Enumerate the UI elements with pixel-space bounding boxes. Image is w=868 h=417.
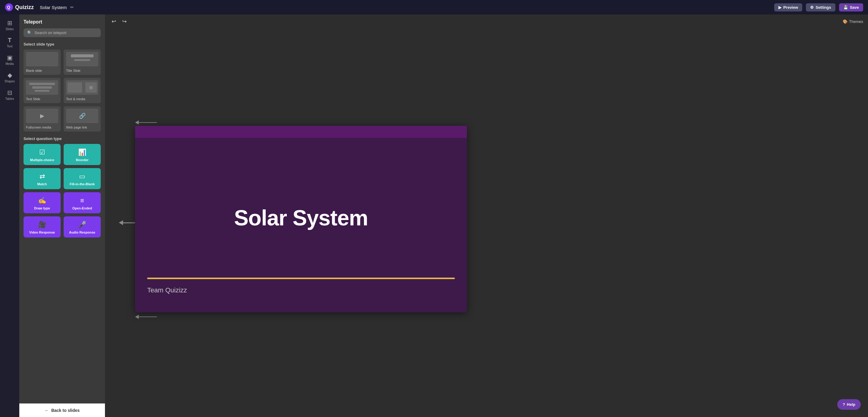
icon-sidebar: ⊞ Slides T Text ▣ Media ◆ Shapes ⊟ Table… (0, 14, 19, 417)
question-type-match[interactable]: ⇄ Match (24, 168, 61, 189)
arrow-top-head (119, 220, 123, 225)
themes-button[interactable]: 🎨 Themes (843, 19, 863, 24)
question-type-audio[interactable]: 🎤 Audio Response (64, 216, 101, 237)
draw-icon: ✍ (38, 197, 46, 205)
shapes-icon: ◆ (7, 71, 12, 79)
slide-type-title[interactable]: Title Slide (64, 50, 101, 75)
slide-types-grid: Blank slide Title Slide Text Slide (24, 50, 101, 131)
topbar: Q Quizizz Solar System ✏ ▶ Preview ⚙ Set… (0, 0, 868, 14)
preview-icon: ▶ (778, 5, 781, 10)
arrow-top (119, 220, 135, 225)
question-type-video[interactable]: 🎥 Video Response (24, 216, 61, 237)
arrow-slide-middle (135, 315, 157, 319)
arrow-slide-top (135, 120, 157, 125)
toolbar-row: ↩ ↪ 🎨 Themes (105, 14, 868, 28)
question-type-mc[interactable]: ☑ Multiple-choice (24, 144, 61, 165)
text-slide-preview (26, 80, 58, 95)
blank-slide-preview (26, 52, 58, 66)
help-icon: ? (843, 402, 845, 407)
sidebar-item-tables[interactable]: ⊟ Tables (1, 87, 18, 103)
slide-type-fullscreen[interactable]: ▶ Fullscreen media (24, 106, 61, 131)
arrow-slide-middle-head (135, 315, 139, 319)
slide-type-webpage[interactable]: 🔗 Web page link (64, 106, 101, 131)
settings-icon: ⚙ (810, 5, 814, 10)
main-content: ⊞ Slides T Text ▣ Media ◆ Shapes ⊟ Table… (0, 14, 868, 417)
fullscreen-slide-preview: ▶ (26, 109, 58, 123)
slide-type-blank[interactable]: Blank slide (24, 50, 61, 75)
logo-text: Quizizz (15, 4, 34, 10)
match-icon: ⇄ (39, 173, 45, 180)
slide-top-band (135, 126, 467, 138)
save-icon: 💾 (843, 5, 848, 10)
audio-icon: 🎤 (78, 221, 86, 229)
question-type-open[interactable]: ≡ Open-Ended (64, 192, 101, 213)
save-button[interactable]: 💾 Save (839, 3, 863, 11)
sidebar-item-media[interactable]: ▣ Media (1, 52, 18, 68)
teleport-sidebar: Teleport 🔍 Search on teleport Select sli… (19, 14, 105, 417)
slides-icon: ⊞ (7, 19, 12, 27)
textmedia-slide-preview: ⊞ (66, 80, 98, 95)
sidebar-item-shapes[interactable]: ◆ Shapes (1, 69, 18, 85)
logo: Q Quizizz (5, 3, 34, 11)
help-button[interactable]: ? Help (837, 399, 861, 410)
teleport-title: Teleport (24, 19, 101, 25)
preview-button[interactable]: ▶ Preview (774, 3, 802, 11)
quiz-title: Solar System (40, 5, 67, 10)
slide-gold-line (147, 277, 455, 279)
fitb-icon: ▭ (79, 173, 85, 180)
open-icon: ≡ (80, 197, 84, 205)
redo-button[interactable]: ↪ (120, 17, 128, 26)
canvas-area: ↩ ↪ 🎨 Themes (105, 14, 868, 417)
slide-team-label: Team Quizizz (147, 286, 187, 294)
arrow-slide-middle-line (139, 317, 157, 317)
search-placeholder: Search on teleport (34, 30, 66, 35)
mc-icon: ☑ (39, 148, 45, 156)
video-icon: 🎥 (38, 221, 46, 229)
media-icon: ▣ (7, 54, 13, 61)
sidebar-item-text[interactable]: T Text (1, 34, 18, 50)
back-to-slides-button[interactable]: ← Back to slides (19, 404, 105, 417)
search-icon: 🔍 (27, 30, 32, 35)
undo-button[interactable]: ↩ (110, 17, 118, 26)
arrow-slide-top-head (135, 120, 139, 125)
arrow-top-area (117, 214, 135, 225)
question-type-reorder[interactable]: 📊 Reorder (64, 144, 101, 165)
webpage-slide-preview: 🔗 (66, 109, 98, 123)
select-question-type-label: Select question type (24, 137, 101, 141)
title-slide-preview (66, 52, 98, 66)
edit-title-icon[interactable]: ✏ (70, 5, 74, 10)
slide-main-title: Solar System (234, 206, 368, 230)
settings-button[interactable]: ⚙ Settings (806, 3, 835, 11)
slide-type-text[interactable]: Text Slide (24, 78, 61, 103)
svg-text:Q: Q (7, 5, 10, 10)
reorder-icon: 📊 (78, 148, 86, 156)
sidebar-item-slides[interactable]: ⊞ Slides (1, 17, 18, 33)
themes-icon: 🎨 (843, 19, 847, 24)
tables-icon: ⊟ (7, 89, 12, 96)
slide-canvas-wrapper: Solar System Team Quizizz (105, 28, 868, 417)
select-slide-type-label: Select slide type (24, 42, 101, 47)
arrow-slide-top-line (139, 122, 157, 123)
question-types-grid: ☑ Multiple-choice 📊 Reorder ⇄ Match ▭ Fi… (24, 144, 101, 237)
question-type-fitb[interactable]: ▭ Fill-in-the-Blank (64, 168, 101, 189)
slide-type-textmedia[interactable]: ⊞ Text & media (64, 78, 101, 103)
arrow-top-line (123, 222, 135, 223)
canvas-with-arrows: Solar System Team Quizizz (135, 120, 856, 319)
teleport-search[interactable]: 🔍 Search on teleport (24, 28, 101, 37)
slide-canvas[interactable]: Solar System Team Quizizz (135, 126, 467, 312)
question-type-draw[interactable]: ✍ Draw type (24, 192, 61, 213)
back-arrow-icon: ← (44, 408, 49, 413)
text-icon: T (8, 37, 11, 44)
